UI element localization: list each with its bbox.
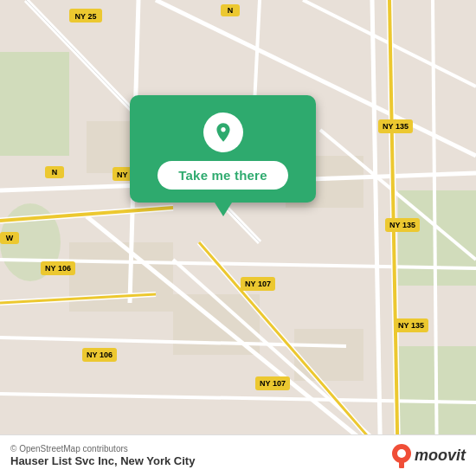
moovit-text: moovit [415,447,466,465]
moovit-logo: moovit [392,444,466,468]
pin-icon-container [203,113,243,152]
svg-text:NY 106: NY 106 [87,351,113,359]
svg-text:N: N [52,168,58,177]
map-container: NY 25 N NY 106 NY 106 NY 106 W N NY 135 … [0,0,476,476]
svg-text:NY 107: NY 107 [260,379,286,388]
bottom-bar: © OpenStreetMap contributors Hauser List… [0,434,476,476]
moovit-pin-icon [392,444,411,468]
location-pin-icon [212,121,235,144]
svg-rect-5 [69,242,173,312]
svg-text:NY 106: NY 106 [45,264,71,273]
svg-text:N: N [228,6,234,15]
svg-text:NY 135: NY 135 [389,221,415,229]
svg-text:NY 135: NY 135 [398,321,424,330]
svg-text:NY 25: NY 25 [75,12,97,21]
bottom-bar-left: © OpenStreetMap contributors Hauser List… [10,444,195,467]
svg-point-58 [397,449,406,458]
svg-rect-59 [399,461,404,468]
svg-text:NY 135: NY 135 [383,122,408,131]
take-me-there-button[interactable]: Take me there [158,161,287,190]
svg-rect-1 [0,52,69,156]
svg-text:W: W [6,234,14,242]
svg-rect-9 [294,329,363,381]
svg-text:NY 107: NY 107 [245,280,271,288]
location-title: Hauser List Svc Inc, New York City [10,454,195,467]
osm-credit: © OpenStreetMap contributors [10,444,195,453]
popup-card: Take me there [130,95,316,203]
map-svg: NY 25 N NY 106 NY 106 NY 106 W N NY 135 … [0,0,476,476]
